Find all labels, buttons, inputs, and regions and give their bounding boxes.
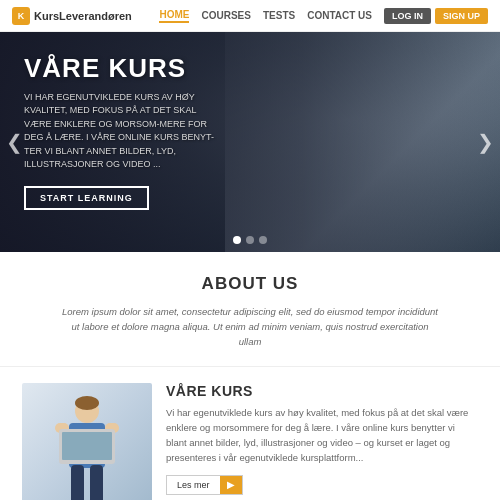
signup-button[interactable]: SIGN UP: [435, 8, 488, 24]
hero-dots: [233, 236, 267, 244]
kurs-image: [22, 383, 152, 500]
person-illustration: [47, 393, 127, 500]
navbar: K KursLeverandøren HOME COURSES TESTS CO…: [0, 0, 500, 32]
hero-dot-1[interactable]: [233, 236, 241, 244]
kurs-text: Vi har egenutviklede kurs av høy kvalite…: [166, 405, 478, 466]
hero-dot-3[interactable]: [259, 236, 267, 244]
hero-subtitle: VI HAR EGENUTVIKLEDE KURS AV HØY KVALITE…: [24, 91, 224, 172]
nav-links: HOME COURSES TESTS CONTACT US: [159, 9, 372, 23]
nav-contact[interactable]: CONTACT US: [307, 10, 372, 21]
nav-tests[interactable]: TESTS: [263, 10, 295, 21]
nav-home[interactable]: HOME: [159, 9, 189, 23]
start-learning-button[interactable]: STaRT Learning: [24, 186, 149, 210]
hero-section: VÅRE KURS VI HAR EGENUTVIKLEDE KURS AV H…: [0, 32, 500, 252]
svg-point-1: [75, 396, 99, 410]
logo-icon: K: [12, 7, 30, 25]
about-text: Lorem ipsum dolor sit amet, consectetur …: [60, 304, 440, 350]
svg-rect-6: [90, 465, 103, 500]
kurs-content: VÅRE KURS Vi har egenutviklede kurs av h…: [166, 383, 478, 500]
about-title: ABOUT US: [40, 274, 460, 294]
kurs-section: VÅRE KURS Vi har egenutviklede kurs av h…: [0, 367, 500, 500]
nav-courses[interactable]: COURSES: [201, 10, 250, 21]
les-mer-button[interactable]: Les mer ▶: [166, 475, 243, 495]
hero-arrow-left[interactable]: ❮: [6, 130, 23, 154]
hero-title: VÅRE KURS: [24, 54, 224, 83]
svg-rect-5: [71, 465, 84, 500]
login-button[interactable]: LOG IN: [384, 8, 431, 24]
hero-arrow-right[interactable]: ❯: [477, 130, 494, 154]
brand-name: KursLeverandøren: [34, 10, 132, 22]
hero-dot-2[interactable]: [246, 236, 254, 244]
hero-content: VÅRE KURS VI HAR EGENUTVIKLEDE KURS AV H…: [24, 54, 224, 210]
kurs-title: VÅRE KURS: [166, 383, 478, 399]
nav-buttons: LOG IN SIGN UP: [384, 8, 488, 24]
les-mer-label: Les mer: [167, 476, 220, 494]
about-section: ABOUT US Lorem ipsum dolor sit amet, con…: [0, 252, 500, 367]
svg-rect-8: [62, 432, 112, 460]
les-mer-icon: ▶: [220, 476, 242, 494]
brand-logo[interactable]: K KursLeverandøren: [12, 7, 132, 25]
